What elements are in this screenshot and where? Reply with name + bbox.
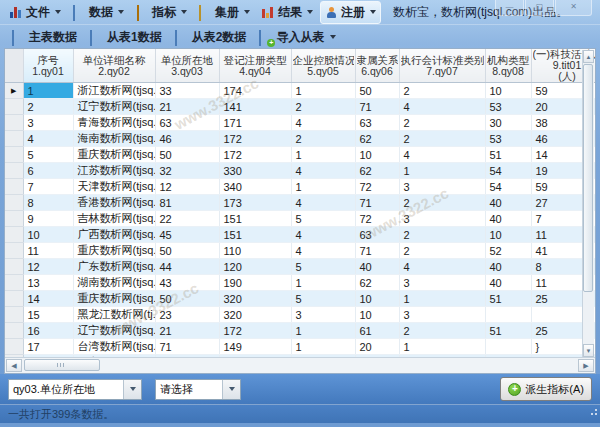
grid-cell[interactable]: 黑龙江数析网(tj... — [73, 307, 155, 323]
close-button[interactable]: ✕ — [555, 0, 592, 16]
grid-cell[interactable]: 青海数析网(tjsq... — [73, 115, 155, 131]
grid-cell[interactable]: 15 — [23, 307, 73, 323]
import-sub-table-button[interactable]: 导入从表 — [254, 27, 341, 48]
grid-cell[interactable]: 广西数析网(tjsq... — [73, 227, 155, 243]
grid-cell[interactable]: 10 — [23, 227, 73, 243]
minimize-button[interactable]: — — [495, 0, 524, 16]
grid-cell[interactable]: 40 — [485, 275, 531, 291]
row-selector[interactable] — [5, 147, 23, 163]
column-header-1.qy01[interactable]: 序号1.qy01 — [23, 49, 73, 83]
column-header-4.qy04[interactable]: 登记注册类型4.qy04 — [219, 49, 291, 83]
grid-cell[interactable]: 63 — [155, 115, 219, 131]
grid-cell[interactable]: 22 — [155, 211, 219, 227]
grid-cell[interactable]: 7 — [23, 179, 73, 195]
grid-cell[interactable]: 40 — [485, 259, 531, 275]
grid-cell[interactable]: 4 — [399, 259, 485, 275]
grid-cell[interactable]: 17 — [23, 339, 73, 355]
grid-cell[interactable]: 香港数析网(tjsq... — [73, 195, 155, 211]
grid-cell[interactable]: 72 — [355, 179, 399, 195]
grid-cell[interactable] — [485, 307, 531, 323]
grid-cell[interactable]: 320 — [219, 307, 291, 323]
grid-cell[interactable]: 辽宁数析网(tjsq... — [73, 323, 155, 339]
grid-cell[interactable]: 1 — [399, 291, 485, 307]
row-selector[interactable] — [5, 259, 23, 275]
column-header-6.qy06[interactable]: 隶属关系6.qy06 — [355, 49, 399, 83]
grid-cell[interactable]: 11 — [23, 243, 73, 259]
menu-data[interactable]: 数据 — [68, 1, 129, 24]
grid-cell[interactable]: 台湾数析网(tjsq... — [73, 339, 155, 355]
grid-cell[interactable]: 12 — [155, 179, 219, 195]
row-selector[interactable] — [5, 163, 23, 179]
grid-cell[interactable]: 1 — [23, 83, 73, 99]
grid-cell[interactable]: 3 — [23, 115, 73, 131]
grid-cell[interactable]: 重庆数析网(tjsq... — [73, 291, 155, 307]
grid-cell[interactable]: 120 — [219, 259, 291, 275]
derive-indicator-button[interactable]: + 派生指标(A) — [500, 377, 592, 401]
grid-cell[interactable]: 1 — [291, 83, 355, 99]
grid-cell[interactable]: 9 — [23, 211, 73, 227]
grid-cell[interactable] — [485, 339, 531, 355]
grid-cell[interactable]: 62 — [355, 275, 399, 291]
grid-cell[interactable]: 52 — [485, 243, 531, 259]
tab-sub-table-2[interactable]: 从表2数据 — [170, 27, 252, 48]
grid-cell[interactable]: 10 — [355, 147, 399, 163]
grid-cell[interactable]: 53 — [485, 99, 531, 115]
grid-cell[interactable]: 2 — [399, 227, 485, 243]
grid-cell[interactable]: 10 — [355, 291, 399, 307]
grid-cell[interactable]: 110 — [219, 243, 291, 259]
grid-cell[interactable]: 63 — [355, 115, 399, 131]
column-header-5.qy05[interactable]: 企业控股情况5.qy05 — [291, 49, 355, 83]
grid-cell[interactable]: 151 — [219, 211, 291, 227]
grid-cell[interactable]: 2 — [291, 131, 355, 147]
grid-cell[interactable]: 4 — [23, 131, 73, 147]
grid-cell[interactable]: 40 — [485, 211, 531, 227]
grid-cell[interactable]: 40 — [355, 259, 399, 275]
grid-cell[interactable]: 13 — [23, 275, 73, 291]
grid-cell[interactable]: 71 — [155, 339, 219, 355]
grid-cell[interactable]: 海南数析网(tjsq... — [73, 131, 155, 147]
grid-cell[interactable]: 2 — [399, 323, 485, 339]
column-header-7.qy07[interactable]: 执行会计标准类别7.qy07 — [399, 49, 485, 83]
grid-cell[interactable]: 51 — [485, 323, 531, 339]
grid-cell[interactable]: 151 — [219, 227, 291, 243]
grid-cell[interactable]: 62 — [355, 131, 399, 147]
grid-cell[interactable]: 21 — [155, 323, 219, 339]
grid-cell[interactable]: 14 — [23, 291, 73, 307]
grid-cell[interactable]: 8 — [23, 195, 73, 211]
grid-cell[interactable]: 1 — [291, 323, 355, 339]
menu-result[interactable]: 结果 — [257, 1, 318, 24]
grid-cell[interactable]: 40 — [485, 195, 531, 211]
row-selector[interactable] — [5, 179, 23, 195]
grid-cell[interactable]: 71 — [355, 195, 399, 211]
scroll-down-icon[interactable]: ▼ — [583, 344, 594, 357]
grid-cell[interactable]: 30 — [485, 115, 531, 131]
grid-cell[interactable]: 54 — [485, 163, 531, 179]
grid-cell[interactable]: 浙江数析网(tjsq... — [73, 83, 155, 99]
row-selector[interactable] — [5, 291, 23, 307]
grid-cell[interactable]: 重庆数析网(tjsq... — [73, 147, 155, 163]
grid-cell[interactable]: 172 — [219, 323, 291, 339]
row-selector[interactable] — [5, 243, 23, 259]
row-header-corner[interactable] — [5, 49, 23, 83]
grid-cell[interactable]: 172 — [219, 147, 291, 163]
horizontal-scroll-thumb[interactable] — [24, 359, 100, 371]
grid-cell[interactable]: 43 — [155, 275, 219, 291]
grid-cell[interactable]: 1 — [291, 339, 355, 355]
scroll-up-icon[interactable]: ▲ — [583, 50, 594, 63]
dropdown-button[interactable] — [123, 380, 141, 399]
grid-cell[interactable]: 149 — [219, 339, 291, 355]
grid-cell[interactable]: 172 — [219, 131, 291, 147]
grid-cell[interactable]: 广东数析网(tjsq... — [73, 259, 155, 275]
menu-file[interactable]: 文件 — [5, 1, 66, 24]
grid-cell[interactable]: 340 — [219, 179, 291, 195]
grid-cell[interactable]: 4 — [291, 227, 355, 243]
grid-cell[interactable]: 3 — [399, 211, 485, 227]
grid-cell[interactable]: 5 — [23, 147, 73, 163]
grid-cell[interactable]: 4 — [399, 99, 485, 115]
grid-cell[interactable]: 16 — [23, 323, 73, 339]
grid-cell[interactable]: 1 — [291, 147, 355, 163]
resize-grip-icon[interactable] — [589, 409, 597, 417]
column-header-3.qy03[interactable]: 单位所在地3.qy03 — [155, 49, 219, 83]
row-selector[interactable] — [5, 339, 23, 355]
grid-cell[interactable]: 1 — [291, 275, 355, 291]
